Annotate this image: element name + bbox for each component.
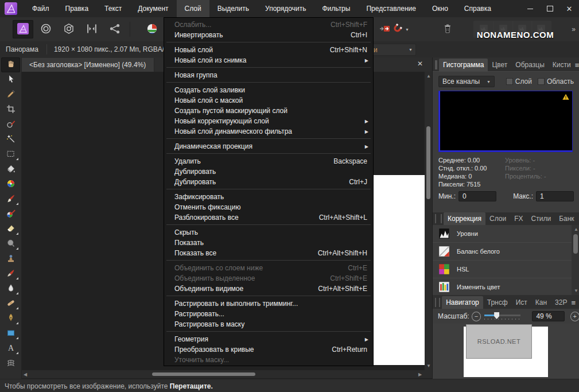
vertical-scrollbar[interactable]: ▲ ▼ bbox=[425, 72, 432, 370]
checkbox-icon[interactable] bbox=[506, 78, 513, 85]
adjustment-recolour[interactable]: Изменить цвет bbox=[433, 278, 572, 296]
panel-tab[interactable]: Слои bbox=[485, 212, 510, 225]
menu-item[interactable]: ▶ bbox=[164, 258, 373, 263]
menu-item[interactable]: Новый слой из снимка ▶ bbox=[164, 55, 373, 65]
panel-tab[interactable]: Банк bbox=[555, 212, 578, 225]
menu-item[interactable]: Новая группа ▶ bbox=[164, 70, 373, 80]
min-field[interactable]: 0 bbox=[458, 191, 496, 201]
close-button[interactable]: ✕ bbox=[559, 0, 579, 17]
menu-item[interactable]: Показать все Ctrl+Alt+Shift+H ▶ bbox=[164, 248, 373, 258]
menu-item[interactable]: Создать слой заливки ▶ bbox=[164, 85, 373, 95]
menu-item[interactable]: Новый корректирующий слой ▶ bbox=[164, 116, 373, 126]
panel-tab[interactable]: Навигатор bbox=[442, 296, 483, 309]
menu-item[interactable]: Новый слой Ctrl+Shift+N ▶ bbox=[164, 45, 373, 55]
tone-mapping-persona-button[interactable] bbox=[81, 20, 102, 38]
menu-item[interactable]: Разблокировать все Ctrl+Alt+Shift+L ▶ bbox=[164, 212, 373, 223]
menu-item[interactable]: Уточнить маску... ▶ bbox=[164, 355, 373, 365]
menu-item[interactable]: Зафиксировать ▶ bbox=[164, 192, 373, 202]
menu-item[interactable]: Растрировать... ▶ bbox=[164, 309, 373, 319]
panel-tab[interactable]: Кисти bbox=[549, 59, 575, 71]
menu-item[interactable]: Объединить выделенное Ctrl+Shift+E ▶ bbox=[164, 273, 373, 284]
menubar-item[interactable]: Документ bbox=[130, 0, 176, 17]
menubar-item[interactable]: Представление bbox=[358, 0, 424, 17]
view-tool[interactable] bbox=[1, 57, 20, 72]
scroll-right-icon[interactable]: ▶ bbox=[416, 372, 424, 377]
scroll-up-icon[interactable]: ▲ bbox=[574, 227, 578, 232]
menu-item[interactable]: Создать пустой маскирующий слой ▶ bbox=[164, 106, 373, 116]
preview-view-rectangle[interactable]: RSLOAD.NET bbox=[466, 324, 532, 359]
menu-item[interactable]: Объединить со слоем ниже Ctrl+E ▶ bbox=[164, 263, 373, 273]
gradient-tool[interactable] bbox=[1, 177, 20, 192]
menu-item[interactable]: ▶ bbox=[164, 329, 373, 334]
chevron-down-icon[interactable]: ▼ bbox=[405, 28, 409, 32]
selection-brush-tool[interactable] bbox=[1, 117, 20, 132]
smudge-tool[interactable] bbox=[1, 266, 20, 281]
minimize-button[interactable] bbox=[520, 0, 540, 17]
develop-persona-button[interactable] bbox=[59, 20, 79, 38]
colour-picker-tool[interactable] bbox=[1, 87, 20, 102]
panel-tab[interactable]: Гистограмма bbox=[439, 59, 488, 71]
document-tab[interactable]: <Без заголовка> [Изменено] (49.4%) bbox=[21, 58, 154, 72]
menu-item[interactable]: Скрыть ▶ bbox=[164, 227, 373, 238]
scroll-down-icon[interactable]: ▼ bbox=[574, 288, 578, 293]
close-document-icon[interactable]: ✕ bbox=[417, 60, 423, 68]
histogram-checkbox[interactable]: Слой bbox=[506, 77, 532, 86]
menu-item[interactable]: Геометрия ▶ bbox=[164, 334, 373, 344]
pen-tool[interactable] bbox=[1, 311, 20, 326]
menu-item[interactable]: ▶ bbox=[164, 294, 373, 298]
menu-item[interactable]: Отменить фиксацию ▶ bbox=[164, 202, 373, 212]
menubar-item[interactable]: Правка bbox=[57, 0, 97, 17]
panel-tab[interactable]: Цвет bbox=[488, 59, 511, 71]
menu-item[interactable]: Дублировать ▶ bbox=[164, 166, 373, 177]
adjustment-white-balance[interactable]: Баланс белого bbox=[433, 243, 572, 261]
menu-item[interactable]: ▶ bbox=[164, 137, 373, 141]
horizontal-scrollbar[interactable]: ◀ ▶ bbox=[21, 370, 432, 378]
erase-tool[interactable] bbox=[1, 222, 20, 236]
menu-item[interactable]: Показать ▶ bbox=[164, 238, 373, 248]
flood-select-tool[interactable] bbox=[1, 132, 20, 147]
toolbar-overflow-chevron[interactable]: » bbox=[572, 25, 576, 33]
panel-tab[interactable]: Коррекция bbox=[444, 212, 485, 225]
maximize-button[interactable] bbox=[540, 0, 559, 17]
zoom-out-button[interactable]: − bbox=[472, 312, 481, 321]
vertical-scroll-thumb[interactable] bbox=[426, 126, 430, 199]
menubar-item[interactable]: Выделить bbox=[209, 0, 257, 17]
panel-tab[interactable]: Кан bbox=[531, 296, 551, 309]
menu-item[interactable]: Преобразовать в кривые Ctrl+Return ▶ bbox=[164, 344, 373, 355]
rectangle-tool[interactable] bbox=[1, 326, 20, 341]
menu-item[interactable]: Новый слой с маской ▶ bbox=[164, 95, 373, 106]
adjustment-hsl[interactable]: HSL bbox=[433, 261, 572, 278]
panel-menu-icon[interactable]: ≡ bbox=[575, 61, 579, 71]
menubar-item[interactable]: Упорядочить bbox=[257, 0, 314, 17]
zoom-slider[interactable] bbox=[484, 312, 520, 320]
menu-item[interactable]: ▶ bbox=[164, 152, 373, 156]
panel-tab[interactable]: 32P bbox=[551, 296, 571, 309]
text-tool[interactable]: A bbox=[1, 341, 20, 356]
menu-item[interactable]: ▶ bbox=[164, 40, 373, 45]
panel-grip-icon[interactable] bbox=[435, 298, 440, 307]
blur-tool[interactable] bbox=[1, 281, 20, 296]
navigator-preview[interactable]: RSLOAD.NET bbox=[433, 324, 579, 379]
menubar-item[interactable]: Фильтры bbox=[314, 0, 358, 17]
adjustment-levels[interactable]: Уровни bbox=[433, 225, 572, 243]
horizontal-scroll-thumb[interactable] bbox=[152, 372, 255, 376]
menu-item[interactable]: Ослабить... Ctrl+Shift+F ▶ bbox=[164, 20, 373, 30]
view-mode-label[interactable]: Панорама bbox=[0, 45, 44, 53]
panel-tab[interactable]: Стили bbox=[527, 212, 555, 225]
menu-item[interactable]: Удалить Backspace ▶ bbox=[164, 156, 373, 166]
menu-item[interactable]: Дублировать Ctrl+J ▶ bbox=[164, 177, 373, 187]
menu-item[interactable]: Объединить видимое Ctrl+Alt+Shift+E ▶ bbox=[164, 284, 373, 294]
auto-colours-button[interactable] bbox=[142, 20, 162, 38]
scroll-up-icon[interactable]: ▲ bbox=[426, 73, 431, 79]
snapping-button[interactable]: ▼ bbox=[390, 20, 411, 38]
marquee-tool[interactable] bbox=[1, 147, 20, 162]
flood-fill-tool[interactable] bbox=[1, 162, 20, 177]
adjustments-scrollbar[interactable]: ▲ ▼ bbox=[572, 225, 579, 295]
menu-item[interactable]: ▶ bbox=[164, 223, 373, 227]
panel-grip-icon[interactable] bbox=[435, 214, 442, 223]
zoom-value-field[interactable]: 49 % bbox=[532, 311, 564, 321]
histogram-checkbox[interactable]: Область bbox=[538, 77, 574, 86]
context-dropdown[interactable]: и ▼ bbox=[370, 44, 416, 56]
panel-menu-icon[interactable]: ≡ bbox=[571, 298, 579, 309]
scroll-thumb[interactable] bbox=[573, 234, 578, 254]
